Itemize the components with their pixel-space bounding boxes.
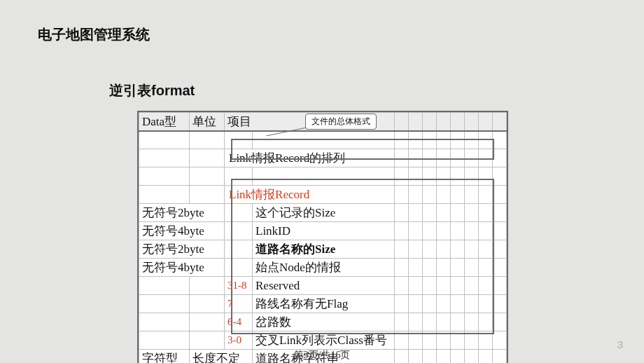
cell-item-size: 这个记录的Size (253, 204, 395, 222)
blank-row (139, 131, 507, 149)
cell-type-startnode: 无符号4byte (139, 259, 225, 277)
col-header-unit: 单位 (190, 113, 225, 131)
cell-type-linkid: 无符号4byte (139, 222, 225, 240)
cell-item-roadsize: 道路名称的Size (253, 240, 395, 259)
cell-bits-label-1: 路线名称有无Flag (253, 295, 395, 313)
cell-bits-range-1: 7 (225, 295, 253, 313)
pager-footer: 第3页/共16页 (0, 349, 644, 362)
cell-type-size: 无符号2byte (139, 204, 225, 222)
row-roadsize: 无符号2byte 道路名称的Size (139, 240, 507, 259)
cell-bits-range-0: 31-8 (225, 277, 253, 295)
row-bits-3: 3-0 交叉Link列表示Class番号 (139, 331, 507, 350)
cell-bits-label-0: Reserved (253, 277, 395, 295)
section-title: 逆引表format (109, 81, 195, 100)
cell-item-linkid: LinkID (253, 222, 395, 240)
cell-bits-label-3: 交叉Link列表示Class番号 (253, 331, 395, 350)
blank-row (139, 167, 507, 186)
format-table: Data型 单位 项目 Link情报Record的排列 Link情报Record (137, 111, 508, 363)
row-bits-2: 6-4 岔路数 (139, 313, 507, 331)
row-bits-0: 31-8 Reserved (139, 277, 507, 295)
row-record-head: Link情报Record (139, 186, 507, 204)
cell-record-head: Link情报Record (225, 186, 395, 204)
row-startnode: 无符号4byte 始点Node的情报 (139, 259, 507, 277)
cell-link-array: Link情报Record的排列 (225, 149, 395, 167)
row-link-array: Link情报Record的排列 (139, 149, 507, 167)
slide: 电子地图管理系统 逆引表format 文件的总体格式 Data型 单位 项目 (0, 0, 644, 363)
row-linkid: 无符号4byte LinkID (139, 222, 507, 240)
callout-box: 文件的总体格式 (305, 114, 377, 130)
row-size: 无符号2byte 这个记录的Size (139, 204, 507, 222)
col-header-type: Data型 (139, 113, 190, 131)
cell-type-roadsize: 无符号2byte (139, 240, 225, 259)
cell-bits-range-2: 6-4 (225, 313, 253, 331)
cell-bits-range-3: 3-0 (225, 331, 253, 350)
row-bits-1: 7 路线名称有无Flag (139, 295, 507, 313)
cell-item-startnode: 始点Node的情报 (253, 259, 395, 277)
callout-connector (266, 126, 307, 136)
page-title: 电子地图管理系统 (38, 25, 150, 44)
cell-bits-label-2: 岔路数 (253, 313, 395, 331)
